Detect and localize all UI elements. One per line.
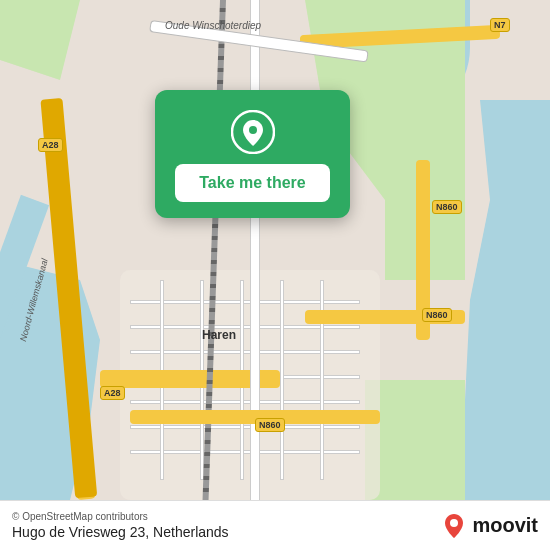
road-label-n860-mid: N860 [422, 308, 452, 322]
osm-attribution: © OpenStreetMap contributors [12, 511, 229, 522]
bottom-bar: © OpenStreetMap contributors Hugo de Vri… [0, 500, 550, 550]
road-label-n860-right: N860 [432, 200, 462, 214]
map-label-haren: Haren [202, 328, 236, 342]
popup-card: Take me there [155, 90, 350, 218]
road-label-n860-bottom: N860 [255, 418, 285, 432]
road-label-a28-left: A28 [38, 138, 63, 152]
map-container: N7 A28 A28 N860 N860 N860 Haren Oude Win… [0, 0, 550, 500]
road-label-n7: N7 [490, 18, 510, 32]
location-pin-icon [231, 110, 275, 154]
take-me-there-button[interactable]: Take me there [175, 164, 330, 202]
moovit-logo: moovit [440, 512, 538, 540]
svg-point-1 [249, 126, 257, 134]
road-label-a28-bottom: A28 [100, 386, 125, 400]
svg-point-2 [450, 519, 458, 527]
green-area-top-left [0, 0, 80, 80]
moovit-brand-text: moovit [472, 514, 538, 537]
water-right [460, 100, 550, 500]
moovit-pin-icon [440, 512, 468, 540]
green-area-bottom-right [365, 380, 465, 500]
map-background: N7 A28 A28 N860 N860 N860 Haren Oude Win… [0, 0, 550, 500]
address-label: Hugo de Vriesweg 23, Netherlands [12, 524, 229, 540]
map-label-oude-wins: Oude Winschoterdiep [165, 20, 261, 31]
